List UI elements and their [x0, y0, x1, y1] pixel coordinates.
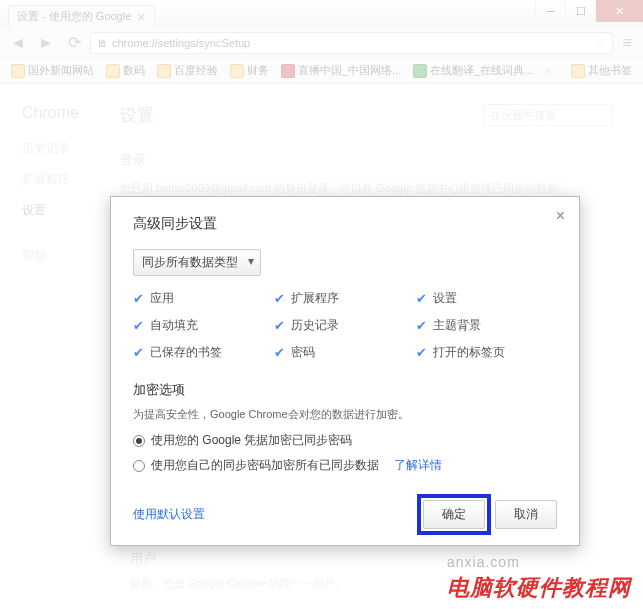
check-history[interactable]: ✔历史记录 [274, 317, 415, 334]
check-settings[interactable]: ✔设置 [416, 290, 557, 307]
checkmark-icon: ✔ [274, 291, 285, 306]
check-theme[interactable]: ✔主题背景 [416, 317, 557, 334]
check-apps[interactable]: ✔应用 [133, 290, 274, 307]
checkmark-icon: ✔ [133, 318, 144, 333]
checkmark-icon: ✔ [133, 291, 144, 306]
learn-more-link[interactable]: 了解详情 [394, 457, 442, 474]
ok-button[interactable]: 确定 [423, 500, 485, 529]
check-passwords[interactable]: ✔密码 [274, 344, 415, 361]
radio-custom-passphrase[interactable]: 使用您自己的同步密码加密所有已同步数据 了解详情 [133, 457, 557, 474]
radio-icon [133, 435, 145, 447]
dialog-footer: 使用默认设置 确定 取消 [133, 500, 557, 529]
checkmark-icon: ✔ [416, 318, 427, 333]
checkmark-icon: ✔ [133, 345, 144, 360]
sync-type-select[interactable]: 同步所有数据类型 [133, 249, 261, 276]
radio-google-credentials[interactable]: 使用您的 Google 凭据加密已同步密码 [133, 432, 557, 449]
checkmark-icon: ✔ [416, 291, 427, 306]
encryption-desc: 为提高安全性，Google Chrome会对您的数据进行加密。 [133, 407, 557, 422]
cancel-button[interactable]: 取消 [495, 500, 557, 529]
dialog-title: 高级同步设置 [133, 215, 557, 233]
checkmark-icon: ✔ [416, 345, 427, 360]
sync-settings-dialog: × 高级同步设置 同步所有数据类型 ✔应用 ✔扩展程序 ✔设置 ✔自动填充 ✔历… [110, 196, 580, 546]
radio-icon [133, 460, 145, 472]
checkmark-icon: ✔ [274, 318, 285, 333]
encryption-title: 加密选项 [133, 381, 557, 399]
watermark: anxia.com 电脑软硬件教程网 [447, 547, 631, 603]
checkmark-icon: ✔ [274, 345, 285, 360]
check-bookmarks[interactable]: ✔已保存的书签 [133, 344, 274, 361]
use-defaults-link[interactable]: 使用默认设置 [133, 506, 205, 523]
check-extensions[interactable]: ✔扩展程序 [274, 290, 415, 307]
dialog-close-icon[interactable]: × [556, 207, 565, 225]
check-autofill[interactable]: ✔自动填充 [133, 317, 274, 334]
sync-checkboxes: ✔应用 ✔扩展程序 ✔设置 ✔自动填充 ✔历史记录 ✔主题背景 ✔已保存的书签 … [133, 290, 557, 361]
check-tabs[interactable]: ✔打开的标签页 [416, 344, 557, 361]
